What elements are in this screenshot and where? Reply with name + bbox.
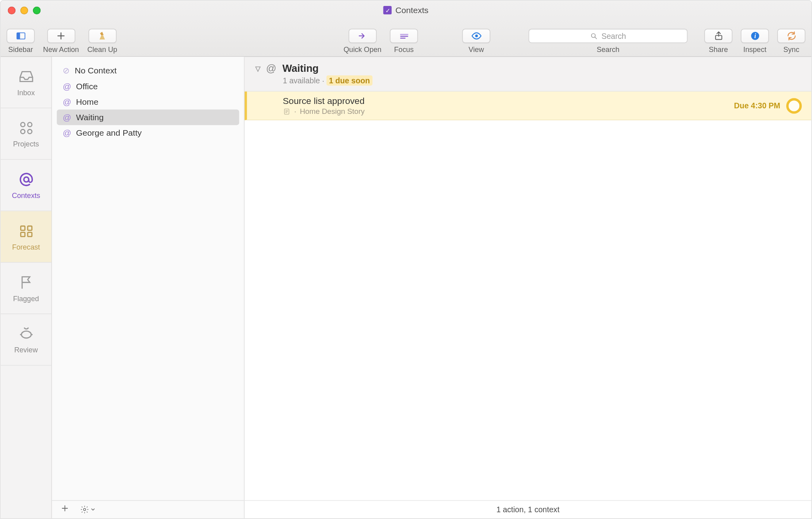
new-action-button[interactable]	[47, 29, 75, 43]
app-icon: ✓	[383, 6, 392, 14]
svg-rect-13	[21, 226, 25, 230]
perspective-flagged[interactable]: Flagged	[1, 263, 52, 314]
sidebar-icon	[15, 31, 26, 41]
focus-icon	[398, 31, 409, 41]
share-icon	[713, 31, 724, 41]
titlebar: ✓ Contexts Sidebar New Action Clean U	[1, 1, 812, 57]
window-title: ✓ Contexts	[1, 6, 812, 15]
context-item-label: Home	[76, 97, 98, 106]
svg-point-11	[27, 129, 32, 133]
context-item[interactable]: @Office	[57, 79, 239, 94]
status-bar: 1 action, 1 context	[245, 500, 812, 518]
task-list: Source list approved · Home Design Story…	[245, 92, 812, 120]
at-icon	[17, 171, 34, 188]
review-icon	[17, 325, 34, 342]
task-checkbox[interactable]	[786, 98, 802, 113]
search-input[interactable]: Search	[529, 29, 688, 43]
at-icon: @	[63, 97, 71, 106]
eye-icon	[471, 31, 482, 41]
perspective-projects[interactable]: Projects	[1, 108, 52, 160]
context-item-label: George and Patty	[76, 128, 142, 138]
svg-point-12	[23, 177, 28, 181]
svg-point-4	[591, 33, 595, 37]
svg-rect-16	[27, 232, 32, 236]
status-text: 1 action, 1 context	[496, 505, 559, 514]
quick-open-button[interactable]	[349, 29, 377, 43]
task-row[interactable]: Source list approved · Home Design Story…	[245, 92, 812, 120]
plus-icon	[60, 504, 69, 513]
task-project: Home Design Story	[300, 107, 364, 115]
add-context-button[interactable]	[60, 504, 69, 515]
quick-open-label: Quick Open	[344, 46, 382, 54]
body: Inbox Projects Contexts Forecast Flagged…	[1, 57, 812, 518]
perspective-contexts-label: Contexts	[12, 191, 40, 200]
perspective-contexts[interactable]: Contexts	[1, 160, 52, 211]
sidebar-label: Sidebar	[8, 46, 33, 54]
share-button[interactable]	[704, 29, 732, 43]
separator-dot: ·	[294, 107, 296, 115]
note-icon	[283, 108, 291, 115]
perspective-review[interactable]: Review	[1, 314, 52, 366]
forecast-icon	[17, 222, 34, 239]
search-placeholder: Search	[601, 31, 626, 40]
view-label: View	[469, 46, 484, 54]
plus-icon	[56, 31, 66, 41]
group-title: Waiting	[282, 63, 319, 75]
available-count: 1 available	[283, 76, 320, 85]
share-label: Share	[709, 46, 728, 54]
svg-point-9	[27, 122, 32, 127]
perspective-inbox-label: Inbox	[17, 88, 34, 96]
context-item[interactable]: @George and Patty	[57, 125, 239, 140]
context-list-pane: ⊘No Context@Office@Home@Waiting@George a…	[52, 57, 245, 518]
settings-menu-button[interactable]	[80, 505, 96, 514]
perspective-forecast[interactable]: Forecast	[1, 211, 52, 263]
quick-open-icon	[357, 31, 368, 41]
context-item[interactable]: @Home	[57, 94, 239, 110]
svg-rect-15	[21, 232, 25, 236]
view-button[interactable]	[462, 29, 490, 43]
context-item-label: No Context	[75, 66, 117, 75]
sidebar-toggle-button[interactable]	[7, 29, 35, 43]
focus-label: Focus	[394, 46, 414, 54]
clean-up-label: Clean Up	[87, 46, 117, 54]
at-icon: @	[63, 81, 71, 91]
inbox-icon	[17, 68, 34, 85]
sync-button[interactable]	[777, 29, 805, 43]
inspect-label: Inspect	[743, 46, 766, 54]
svg-point-10	[21, 129, 25, 133]
perspective-flagged-label: Flagged	[13, 294, 39, 302]
clean-up-button[interactable]	[88, 29, 117, 43]
context-item-label: Waiting	[76, 113, 104, 122]
task-due: Due 4:30 PM	[734, 101, 780, 110]
at-icon: @	[63, 128, 71, 138]
new-action-label: New Action	[43, 46, 79, 54]
perspective-inbox[interactable]: Inbox	[1, 57, 52, 108]
perspective-forecast-label: Forecast	[12, 242, 40, 251]
context-item[interactable]: ⊘No Context	[57, 63, 239, 78]
search-icon	[590, 32, 598, 40]
context-item-label: Office	[76, 81, 98, 91]
svg-text:i: i	[754, 33, 756, 39]
at-icon: @	[63, 113, 71, 122]
no-context-icon: ⊘	[63, 66, 70, 75]
projects-icon	[17, 119, 34, 136]
main-pane: ▽ @ Waiting 1 available · 1 due soon Sou…	[245, 57, 812, 518]
context-list: ⊘No Context@Office@Home@Waiting@George a…	[52, 57, 244, 500]
disclosure-triangle[interactable]: ▽	[255, 65, 260, 73]
svg-rect-1	[17, 33, 20, 39]
inspect-button[interactable]: i	[741, 29, 769, 43]
due-soon-chip: 1 due soon	[326, 75, 372, 86]
chevron-down-icon	[90, 507, 96, 512]
app-window: ✓ Contexts Sidebar New Action Clean U	[0, 0, 812, 519]
gear-icon	[80, 505, 89, 514]
svg-rect-14	[27, 226, 32, 230]
perspective-projects-label: Projects	[13, 140, 39, 148]
perspective-review-label: Review	[14, 346, 38, 354]
sync-label: Sync	[783, 46, 799, 54]
perspective-sidebar: Inbox Projects Contexts Forecast Flagged…	[1, 57, 52, 518]
toolbar: Sidebar New Action Clean Up Quick Open	[1, 29, 812, 54]
focus-button[interactable]	[390, 29, 418, 43]
search-label: Search	[597, 46, 619, 54]
window-title-text: Contexts	[395, 6, 428, 15]
context-item[interactable]: @Waiting	[57, 110, 239, 125]
